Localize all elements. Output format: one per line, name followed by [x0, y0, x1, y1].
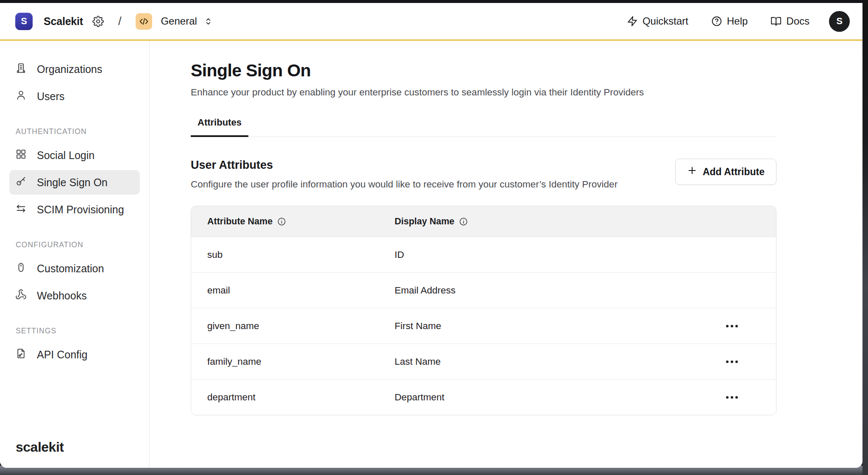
file-key-icon	[15, 348, 27, 362]
user-icon	[15, 89, 27, 103]
display-name-cell: Last Name	[395, 356, 722, 367]
attribute-name-cell: family_name	[191, 356, 395, 367]
breadcrumb-separator: /	[118, 15, 122, 28]
attribute-name-cell: email	[191, 285, 395, 296]
docs-label: Docs	[786, 15, 810, 27]
sidebar-item-label: Organizations	[37, 63, 102, 75]
sidebar-item-label: SCIM Provisioning	[37, 204, 124, 216]
table-header-row: Attribute Name Display Name	[191, 206, 776, 237]
quickstart-button[interactable]: Quickstart	[627, 15, 688, 27]
display-name-cell: Email Address	[395, 285, 722, 296]
row-menu-ellipsis-icon[interactable]	[722, 356, 742, 367]
logo-letter: S	[21, 16, 27, 27]
display-name-cell: Department	[395, 392, 722, 403]
column-label: Display Name	[395, 216, 454, 227]
swap-arrows-icon	[15, 203, 27, 217]
tab-attributes[interactable]: Attributes	[191, 117, 248, 137]
screen: S Scalekit / General Quickstart	[0, 0, 868, 475]
attribute-name-cell: sub	[191, 249, 395, 260]
user-attributes-section-header: User Attributes Configure the user profi…	[191, 159, 776, 190]
webhook-icon	[15, 289, 27, 303]
sidebar-section-authentication: AUTHENTICATION	[16, 127, 134, 136]
add-attribute-button[interactable]: Add Attribute	[675, 159, 776, 185]
sidebar-item-webhooks[interactable]: Webhooks	[9, 283, 140, 308]
display-name-cell: First Name	[395, 321, 722, 332]
sidebar-item-users[interactable]: Users	[9, 84, 140, 109]
plus-icon	[687, 165, 697, 178]
column-label: Attribute Name	[207, 216, 273, 227]
column-header-display-name: Display Name	[395, 216, 722, 227]
info-icon[interactable]	[459, 217, 468, 226]
building-icon	[15, 62, 27, 76]
app-window: S Scalekit / General Quickstart	[0, 3, 862, 468]
scalekit-wordmark: scalekit	[16, 439, 64, 455]
user-avatar[interactable]: S	[829, 11, 850, 32]
table-row: given_name First Name	[191, 308, 776, 344]
lightning-icon	[627, 16, 638, 27]
avatar-letter: S	[836, 16, 843, 27]
page-subtitle: Enhance your product by enabling your en…	[191, 87, 862, 98]
add-attribute-label: Add Attribute	[703, 166, 765, 178]
top-header: S Scalekit / General Quickstart	[0, 3, 862, 41]
sidebar-item-label: Single Sign On	[37, 176, 108, 189]
quickstart-label: Quickstart	[643, 15, 688, 27]
sidebar-item-scim-provisioning[interactable]: SCIM Provisioning	[9, 197, 140, 222]
mouse-icon	[15, 262, 27, 276]
sidebar-item-label: API Config	[37, 349, 88, 361]
key-icon	[15, 176, 27, 190]
column-header-attribute-name: Attribute Name	[191, 216, 395, 227]
sidebar-item-social-login[interactable]: Social Login	[9, 143, 140, 168]
environment-name[interactable]: General	[161, 15, 197, 27]
section-heading: User Attributes	[191, 159, 618, 172]
workspace-settings-gear-icon[interactable]	[92, 16, 104, 27]
help-label: Help	[727, 15, 748, 27]
attribute-name-cell: department	[191, 392, 395, 403]
main-content: Single Sign On Enhance your product by e…	[150, 41, 862, 468]
docs-button[interactable]: Docs	[771, 15, 810, 27]
table-row: sub ID	[191, 237, 776, 272]
environment-code-icon[interactable]	[136, 13, 152, 30]
sidebar-item-organizations[interactable]: Organizations	[9, 57, 140, 81]
environment-selector-icon[interactable]	[203, 17, 213, 26]
brand-name: Scalekit	[44, 15, 83, 28]
sidebar-section-settings: SETTINGS	[16, 327, 134, 335]
sidebar-item-label: Social Login	[37, 149, 95, 162]
sidebar-item-label: Webhooks	[37, 290, 87, 302]
help-button[interactable]: Help	[711, 15, 748, 27]
book-icon	[771, 16, 782, 27]
scalekit-logo[interactable]: S	[15, 13, 33, 30]
page-title: Single Sign On	[191, 61, 862, 81]
attribute-name-cell: given_name	[191, 321, 395, 332]
table-row: family_name Last Name	[191, 344, 776, 379]
header-nav: Quickstart Help Docs S	[604, 11, 850, 32]
grid-icon	[15, 148, 27, 162]
attributes-table: Attribute Name Display Name	[191, 206, 776, 415]
sidebar-item-label: Customization	[37, 263, 104, 275]
sidebar: Organizations Users AUTHENTICATION Socia…	[0, 41, 150, 468]
help-circle-icon	[711, 16, 722, 27]
info-icon[interactable]	[277, 217, 286, 226]
table-row: department Department	[191, 379, 776, 415]
row-menu-ellipsis-icon[interactable]	[722, 392, 742, 403]
window-right-edge	[862, 0, 868, 475]
table-row: email Email Address	[191, 272, 776, 308]
sidebar-item-label: Users	[37, 90, 64, 103]
sidebar-item-single-sign-on[interactable]: Single Sign On	[9, 170, 140, 195]
tab-bar: Attributes	[191, 117, 776, 137]
sidebar-section-configuration: CONFIGURATION	[16, 240, 134, 249]
row-menu-ellipsis-icon[interactable]	[722, 321, 742, 332]
sidebar-item-api-config[interactable]: API Config	[9, 342, 140, 367]
section-description: Configure the user profile information y…	[191, 179, 618, 190]
sidebar-item-customization[interactable]: Customization	[9, 256, 140, 281]
display-name-cell: ID	[395, 249, 722, 260]
